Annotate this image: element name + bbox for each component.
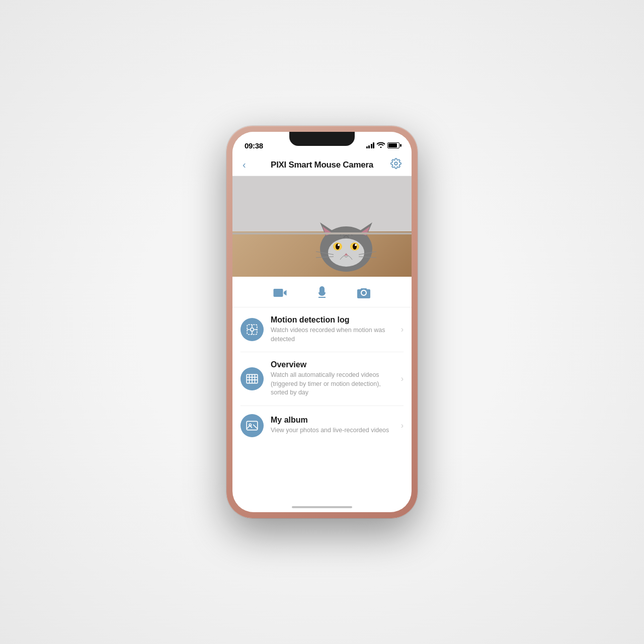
- signal-icon: [366, 142, 375, 148]
- photo-control[interactable]: [357, 286, 371, 300]
- motion-detection-chevron: ›: [401, 325, 404, 334]
- phone-screen: 09:38: [232, 132, 412, 512]
- phone-outer-shell: 09:38: [226, 126, 418, 518]
- status-time: 09:38: [245, 141, 263, 150]
- battery-icon: [387, 142, 399, 148]
- home-indicator: [292, 506, 352, 508]
- svg-point-0: [394, 162, 397, 165]
- overview-title: Overview: [271, 360, 397, 369]
- overview-chevron: ›: [401, 374, 404, 383]
- motion-detection-title: Motion detection log: [271, 315, 397, 325]
- video-control[interactable]: [273, 286, 287, 300]
- svg-rect-26: [247, 421, 258, 430]
- my-album-chevron: ›: [401, 421, 404, 430]
- wall-edge: [232, 232, 412, 234]
- svg-point-11: [338, 244, 340, 246]
- settings-button[interactable]: [386, 158, 401, 172]
- controls-row: [232, 277, 412, 307]
- motion-detection-text: Motion detection log Watch videos record…: [271, 315, 397, 344]
- my-album-icon-circle: [240, 414, 264, 437]
- overview-icon-circle: [240, 367, 264, 390]
- back-button[interactable]: ‹: [243, 159, 258, 171]
- overview-item[interactable]: Overview Watch all automatically recoded…: [240, 352, 404, 406]
- page-title: PIXI Smart Mouse Camera: [271, 160, 373, 170]
- my-album-item[interactable]: My album View your photos and live-recor…: [240, 406, 404, 445]
- overview-subtitle: Watch all automatically recoded videos (…: [271, 371, 397, 397]
- mic-control[interactable]: [315, 286, 329, 300]
- camera-feed: [232, 176, 412, 277]
- status-icons: [366, 141, 400, 149]
- wifi-icon: [377, 141, 385, 149]
- my-album-title: My album: [271, 416, 397, 425]
- phone-notch: [289, 132, 355, 146]
- my-album-subtitle: View your photos and live-recorded video…: [271, 426, 397, 435]
- navigation-bar: ‹ PIXI Smart Mouse Camera: [232, 154, 412, 176]
- motion-detection-icon-circle: [240, 318, 264, 341]
- svg-point-6: [328, 238, 364, 267]
- svg-point-12: [355, 244, 357, 246]
- cat-image: [306, 201, 386, 277]
- svg-point-19: [251, 328, 254, 332]
- my-album-text: My album View your photos and live-recor…: [271, 416, 397, 435]
- overview-text: Overview Watch all automatically recoded…: [271, 360, 397, 397]
- menu-list: Motion detection log Watch videos record…: [232, 307, 412, 445]
- motion-detection-subtitle: Watch videos recorded when motion was de…: [271, 326, 397, 344]
- phone-device: 09:38: [226, 126, 418, 518]
- motion-detection-item[interactable]: Motion detection log Watch videos record…: [240, 307, 404, 352]
